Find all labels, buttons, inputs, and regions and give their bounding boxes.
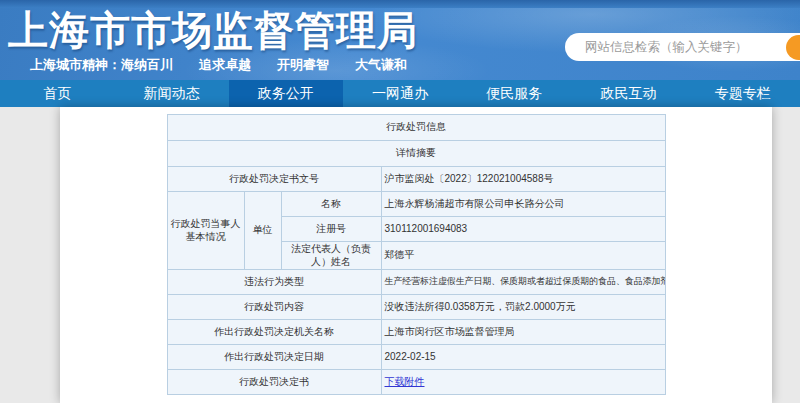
violation-type-label: 违法行为类型: [167, 270, 381, 295]
doc-no-label: 行政处罚决定书文号: [167, 167, 381, 192]
nav-item-special-topics[interactable]: 专题专栏: [686, 80, 800, 107]
penalty-content-value: 没收违法所得0.0358万元，罚款2.0000万元: [381, 295, 665, 320]
search-input[interactable]: [585, 34, 780, 60]
nav-item-gov-affairs[interactable]: 政务公开: [229, 80, 343, 107]
legal-rep-value: 郑德平: [381, 242, 665, 270]
main-nav: 首页 新闻动态 政务公开 一网通办 便民服务 政民互动 专题专栏: [0, 80, 800, 107]
table-title: 行政处罚信息: [167, 115, 665, 141]
reg-no-value: 310112001694083: [381, 217, 665, 242]
nav-item-home[interactable]: 首页: [0, 80, 114, 107]
legal-rep-label: 法定代表人（负责人）姓名: [281, 242, 381, 270]
decision-date-value: 2022-02-15: [381, 345, 665, 370]
party-section-label: 行政处罚当事人基本情况: [167, 192, 244, 270]
decision-date-label: 作出行政处罚决定日期: [167, 345, 381, 370]
city-spirit-motto: 上海城市精神：海纳百川 追求卓越 开明睿智 大气谦和: [30, 56, 407, 74]
content-panel: 行政处罚信息 详情摘要 行政处罚决定书文号 沪市监闵处〔2022〕1220210…: [60, 107, 772, 403]
download-attachment-link[interactable]: 下载附件: [385, 376, 425, 387]
nav-item-public-service[interactable]: 便民服务: [457, 80, 571, 107]
authority-value: 上海市闵行区市场监督管理局: [381, 320, 665, 345]
page-body: 行政处罚信息 详情摘要 行政处罚决定书文号 沪市监闵处〔2022〕1220210…: [0, 107, 800, 403]
company-name-label: 名称: [281, 192, 381, 217]
site-header: 上海市市场监督管理局 上海城市精神：海纳百川 追求卓越 开明睿智 大气谦和: [0, 0, 800, 80]
search-icon[interactable]: [786, 35, 800, 60]
nav-item-interaction[interactable]: 政民互动: [571, 80, 685, 107]
penalty-content-label: 行政处罚内容: [167, 295, 381, 320]
decision-doc-label: 行政处罚决定书: [167, 370, 381, 395]
site-title: 上海市市场监督管理局: [8, 3, 418, 58]
doc-no-value: 沪市监闵处〔2022〕122021004588号: [381, 167, 665, 192]
table-subtitle: 详情摘要: [167, 141, 665, 167]
nav-item-one-stop[interactable]: 一网通办: [343, 80, 457, 107]
reg-no-label: 注册号: [281, 217, 381, 242]
penalty-info-table: 行政处罚信息 详情摘要 行政处罚决定书文号 沪市监闵处〔2022〕1220210…: [167, 114, 666, 395]
authority-label: 作出行政处罚决定机关名称: [167, 320, 381, 345]
violation-type-value: 生产经营标注虚假生产日期、保质期或者超过保质期的食品、食品添加剂: [381, 270, 665, 295]
site-search-box: [565, 33, 800, 61]
party-type-label: 单位: [244, 192, 281, 270]
company-name-value: 上海永辉杨浦超市有限公司申长路分公司: [381, 192, 665, 217]
nav-item-news[interactable]: 新闻动态: [114, 80, 228, 107]
